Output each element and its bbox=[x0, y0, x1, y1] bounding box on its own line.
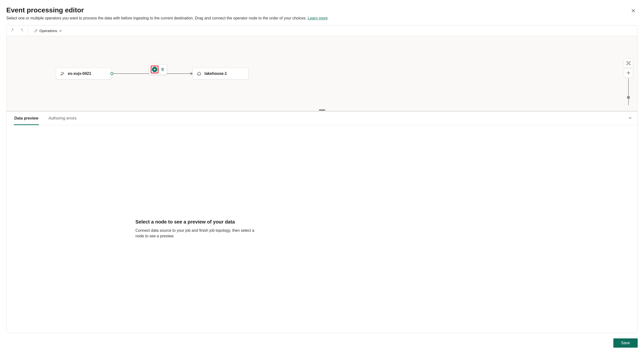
preview-empty-desc: Connect data source to your job and fini… bbox=[136, 228, 262, 239]
preview-empty-state: Select a node to see a preview of your d… bbox=[136, 219, 262, 239]
zoom-in-button[interactable] bbox=[624, 68, 633, 77]
operations-label: Operations bbox=[40, 29, 57, 33]
fit-to-screen-button[interactable] bbox=[624, 58, 633, 68]
source-node-label: es-xujx-0421 bbox=[68, 71, 91, 76]
zoom-slider-thumb[interactable] bbox=[627, 96, 630, 99]
lakehouse-icon bbox=[197, 71, 202, 76]
destination-node[interactable]: lakehouse-1 bbox=[192, 68, 248, 79]
svg-point-0 bbox=[61, 74, 62, 75]
chevron-down-icon bbox=[628, 116, 632, 120]
close-button[interactable] bbox=[630, 7, 637, 14]
preview-tabs: Data preview Authoring errors bbox=[6, 111, 638, 125]
tab-data-preview[interactable]: Data preview bbox=[14, 111, 39, 125]
fit-icon bbox=[626, 61, 631, 66]
redo-icon bbox=[19, 29, 23, 33]
destination-node-label: lakehouse-1 bbox=[204, 71, 227, 76]
zoom-slider[interactable] bbox=[628, 78, 629, 105]
add-operator-highlight bbox=[151, 66, 158, 73]
page-subtitle: Select one or multiple operators you wan… bbox=[6, 16, 638, 20]
history-group bbox=[6, 25, 28, 36]
event-processing-editor: Event processing editor Select one or mu… bbox=[0, 0, 644, 352]
panel-resize-handle[interactable] bbox=[319, 110, 325, 110]
delete-edge-button[interactable] bbox=[160, 67, 165, 72]
close-icon bbox=[631, 9, 635, 13]
undo-button[interactable] bbox=[10, 27, 17, 34]
dialog-footer: Save bbox=[6, 333, 638, 348]
edge-action-popover bbox=[149, 64, 167, 75]
editor-main-area: Operations es-xujx-0421 lakehouse-1 bbox=[6, 25, 638, 333]
chevron-down-icon bbox=[59, 29, 62, 32]
canvas-zoom-controls bbox=[624, 58, 633, 105]
editor-toolbar: Operations bbox=[6, 25, 638, 36]
wrench-icon bbox=[34, 29, 38, 33]
plus-icon bbox=[153, 68, 156, 71]
preview-panel: Select a node to see a preview of your d… bbox=[6, 125, 638, 333]
trash-icon bbox=[161, 67, 164, 71]
preview-empty-title: Select a node to see a preview of your d… bbox=[136, 219, 262, 225]
add-operator-button[interactable] bbox=[152, 67, 157, 72]
plus-icon bbox=[626, 71, 631, 75]
save-button[interactable]: Save bbox=[613, 339, 638, 348]
operations-dropdown[interactable]: Operations bbox=[32, 27, 64, 34]
collapse-preview-button[interactable] bbox=[628, 116, 632, 121]
node-output-port[interactable] bbox=[110, 72, 113, 75]
svg-rect-1 bbox=[628, 62, 629, 64]
eventstream-icon bbox=[60, 71, 65, 76]
redo-button[interactable] bbox=[17, 27, 24, 34]
dialog-header: Event processing editor Select one or mu… bbox=[6, 6, 638, 20]
page-title: Event processing editor bbox=[6, 6, 638, 14]
subtitle-text: Select one or multiple operators you wan… bbox=[6, 16, 308, 20]
operations-group: Operations bbox=[28, 25, 67, 36]
flow-canvas[interactable]: es-xujx-0421 lakehouse-1 bbox=[6, 36, 638, 111]
source-node[interactable]: es-xujx-0421 bbox=[56, 68, 112, 79]
tab-authoring-errors[interactable]: Authoring errors bbox=[48, 111, 77, 125]
undo-icon bbox=[12, 29, 16, 33]
learn-more-link[interactable]: Learn more bbox=[308, 16, 328, 20]
